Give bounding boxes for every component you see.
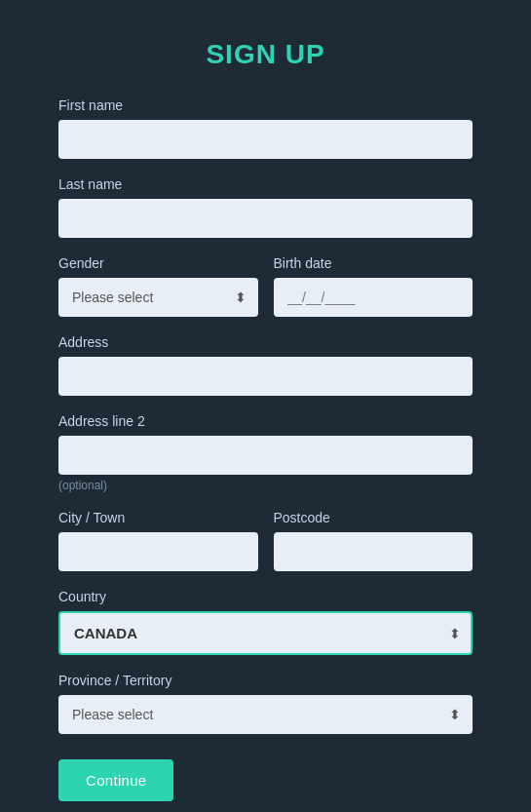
gender-label: Gender bbox=[58, 255, 258, 271]
first-name-group: First name bbox=[58, 97, 473, 159]
birth-date-label: Birth date bbox=[274, 255, 474, 271]
last-name-group: Last name bbox=[58, 176, 473, 238]
city-input[interactable] bbox=[58, 532, 258, 571]
address2-group: Address line 2 (optional) bbox=[58, 413, 473, 492]
country-select[interactable]: CANADA UNITED STATES UNITED KINGDOM AUST… bbox=[58, 611, 473, 655]
postcode-input[interactable] bbox=[274, 532, 474, 571]
birth-date-input[interactable] bbox=[274, 278, 474, 317]
postcode-label: Postcode bbox=[274, 510, 474, 525]
first-name-label: First name bbox=[58, 97, 473, 113]
country-group: Country CANADA UNITED STATES UNITED KING… bbox=[58, 589, 473, 655]
first-name-input[interactable] bbox=[58, 120, 473, 159]
form-container: SIGN UP First name Last name Gender Plea… bbox=[0, 19, 531, 812]
country-label: Country bbox=[58, 589, 473, 604]
province-label: Province / Territory bbox=[58, 673, 473, 688]
city-group: City / Town bbox=[58, 510, 258, 571]
address2-optional-label: (optional) bbox=[58, 479, 473, 492]
address2-input[interactable] bbox=[58, 436, 473, 475]
gender-group: Gender Please select Male Female Other P… bbox=[58, 255, 258, 317]
page-title: SIGN UP bbox=[58, 39, 473, 70]
postcode-group: Postcode bbox=[274, 510, 474, 571]
last-name-input[interactable] bbox=[58, 199, 473, 238]
address-input[interactable] bbox=[58, 357, 473, 396]
gender-select[interactable]: Please select Male Female Other Prefer n… bbox=[58, 278, 258, 317]
gender-birthdate-row: Gender Please select Male Female Other P… bbox=[58, 255, 473, 334]
address-group: Address bbox=[58, 334, 473, 396]
gender-select-wrapper: Please select Male Female Other Prefer n… bbox=[58, 278, 258, 317]
province-select-wrapper: Please select Alberta British Columbia M… bbox=[58, 695, 473, 734]
address2-label: Address line 2 bbox=[58, 413, 473, 429]
city-label: City / Town bbox=[58, 510, 258, 525]
city-postcode-row: City / Town Postcode bbox=[58, 510, 473, 589]
birth-date-group: Birth date bbox=[274, 255, 474, 317]
province-group: Province / Territory Please select Alber… bbox=[58, 673, 473, 734]
continue-button[interactable]: Continue bbox=[58, 759, 173, 801]
province-select[interactable]: Please select Alberta British Columbia M… bbox=[58, 695, 473, 734]
country-select-wrapper: CANADA UNITED STATES UNITED KINGDOM AUST… bbox=[58, 611, 473, 655]
address-label: Address bbox=[58, 334, 473, 350]
last-name-label: Last name bbox=[58, 176, 473, 192]
